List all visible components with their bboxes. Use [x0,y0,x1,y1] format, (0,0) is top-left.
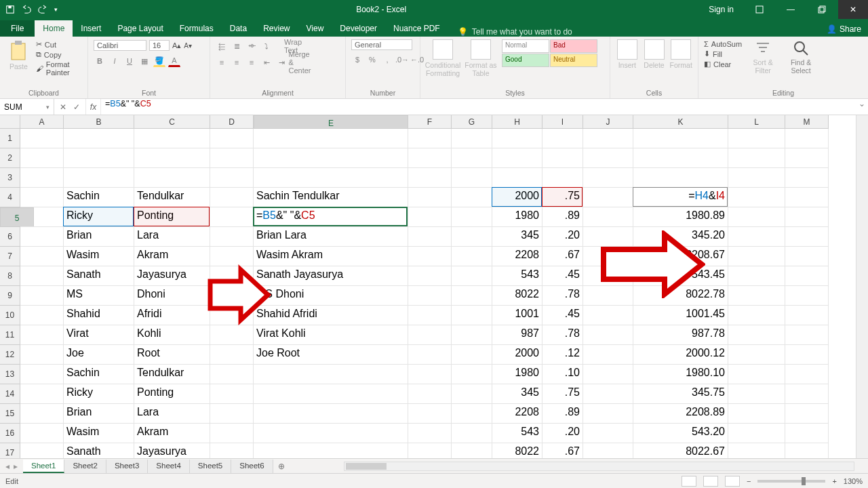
comma-icon[interactable]: , [381,54,393,66]
cell-M13[interactable] [785,365,829,384]
cell-F14[interactable] [408,384,452,404]
cell-E17[interactable] [254,443,408,458]
cell-I10[interactable]: .45 [542,306,583,325]
underline-button[interactable]: U [123,55,136,67]
clear-button[interactable]: ◧Clear [704,59,742,69]
tab-home[interactable]: Home [35,20,73,37]
orientation-icon[interactable]: ⤵ [260,40,273,52]
row-header-13[interactable]: 13 [0,365,20,384]
cell-H1[interactable] [492,129,542,148]
column-header-D[interactable]: D [210,115,254,129]
cell-D13[interactable] [210,365,254,384]
cell-L13[interactable] [728,365,785,384]
cell-H4[interactable]: 2000 [492,188,542,207]
cell-G8[interactable] [452,266,492,286]
cell-M2[interactable] [785,148,829,168]
sheet-tab-sheet5[interactable]: Sheet5 [190,460,231,473]
cell-L6[interactable] [728,227,785,247]
minimize-icon[interactable]: — [776,0,806,19]
align-right-icon[interactable]: ≡ [245,56,258,68]
row-header-17[interactable]: 17 [0,443,20,458]
row-header-11[interactable]: 11 [0,325,20,345]
row-header-8[interactable]: 8 [0,266,20,286]
format-painter-button[interactable]: 🖌Format Painter [36,60,82,77]
cell-K1[interactable] [633,129,728,148]
cell-I6[interactable]: .20 [542,227,583,247]
cell-F7[interactable] [408,247,452,266]
column-header-J[interactable]: J [583,115,633,129]
qat-dropdown-icon[interactable]: ▾ [54,6,58,13]
row-header-16[interactable]: 16 [0,424,20,443]
cell-C15[interactable]: Lara [134,404,210,424]
cell-L15[interactable] [728,404,785,424]
cell-L16[interactable] [728,424,785,443]
cell-D5[interactable] [210,207,254,227]
save-icon[interactable] [5,5,15,14]
cell-I7[interactable]: .67 [542,247,583,266]
cell-L3[interactable] [728,168,785,188]
cell-D15[interactable] [210,404,254,424]
cell-J12[interactable] [583,345,633,365]
cell-L5[interactable] [728,207,785,227]
cell-J6[interactable] [583,227,633,247]
cell-B13[interactable]: Sachin [64,365,134,384]
cell-F10[interactable] [408,306,452,325]
cell-E12[interactable]: Joe Root [254,345,408,365]
cell-F13[interactable] [408,365,452,384]
column-header-E[interactable]: E [254,115,408,129]
cell-A14[interactable] [20,384,64,404]
view-normal-icon[interactable] [682,476,696,487]
cell-B8[interactable]: Sanath [64,266,134,286]
cell-K8[interactable]: 543.45 [633,266,728,286]
font-color-button[interactable]: A [168,55,180,67]
cell-F1[interactable] [408,129,452,148]
percent-icon[interactable]: % [366,54,378,66]
cell-L1[interactable] [728,129,785,148]
italic-button[interactable]: I [108,55,121,67]
cell-F6[interactable] [408,227,452,247]
cell-K12[interactable]: 2000.12 [633,345,728,365]
conditional-formatting-button[interactable]: Conditional Formatting [426,39,460,77]
cell-B15[interactable]: Brian [64,404,134,424]
cell-G11[interactable] [452,325,492,345]
cell-I8[interactable]: .45 [542,266,583,286]
cell-B4[interactable]: Sachin [64,188,134,207]
currency-icon[interactable]: $ [351,54,363,66]
cell-B1[interactable] [64,129,134,148]
row-header-6[interactable]: 6 [0,227,20,247]
row-header-9[interactable]: 9 [0,286,20,306]
cell-K16[interactable]: 543.20 [633,424,728,443]
cell-D9[interactable] [210,286,254,306]
cell-G12[interactable] [452,345,492,365]
row-header-4[interactable]: 4 [0,188,20,207]
cell-J14[interactable] [583,384,633,404]
cell-G7[interactable] [452,247,492,266]
cell-D6[interactable] [210,227,254,247]
sheet-nav-next-icon[interactable]: ▸ [14,462,18,471]
column-header-F[interactable]: F [408,115,452,129]
cell-J7[interactable] [583,247,633,266]
cell-J9[interactable] [583,286,633,306]
cell-C1[interactable] [134,129,210,148]
cell-I1[interactable] [542,129,583,148]
column-header-L[interactable]: L [728,115,785,129]
tab-formulas[interactable]: Formulas [172,20,222,37]
cell-F16[interactable] [408,424,452,443]
font-name-select[interactable]: Calibri [94,40,146,51]
cell-K13[interactable]: 1980.10 [633,365,728,384]
name-box-input[interactable] [4,102,46,112]
cell-I3[interactable] [542,168,583,188]
horizontal-scrollbar[interactable] [344,462,854,471]
align-center-icon[interactable]: ≡ [231,56,243,68]
cell-I17[interactable]: .67 [542,443,583,458]
cell-G1[interactable] [452,129,492,148]
fx-icon[interactable]: fx [86,99,101,115]
cell-I16[interactable]: .20 [542,424,583,443]
cell-B10[interactable]: Shahid [64,306,134,325]
cell-E16[interactable] [254,424,408,443]
select-all-corner[interactable] [0,115,20,129]
cell-J4[interactable] [583,188,633,207]
increase-decimal-icon[interactable]: .0→ [396,54,408,66]
cell-D14[interactable] [210,384,254,404]
cell-I9[interactable]: .78 [542,286,583,306]
